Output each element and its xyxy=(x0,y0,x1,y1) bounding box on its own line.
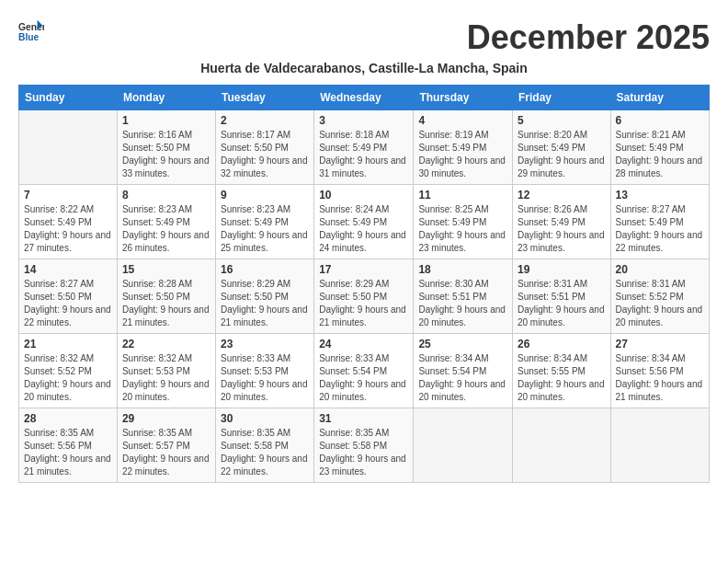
calendar-cell: 24Sunrise: 8:33 AMSunset: 5:54 PMDayligh… xyxy=(314,334,414,408)
calendar-cell: 20Sunrise: 8:31 AMSunset: 5:52 PMDayligh… xyxy=(610,259,709,334)
header-sunday: Sunday xyxy=(19,86,118,110)
subtitle: Huerta de Valdecarabanos, Castille-La Ma… xyxy=(18,61,710,75)
day-info: Sunrise: 8:35 AMSunset: 5:56 PMDaylight:… xyxy=(24,427,112,478)
day-number: 28 xyxy=(24,412,112,425)
weekday-header-row: Sunday Monday Tuesday Wednesday Thursday… xyxy=(19,86,710,110)
calendar-cell: 6Sunrise: 8:21 AMSunset: 5:49 PMDaylight… xyxy=(610,110,709,185)
calendar-cell: 7Sunrise: 8:22 AMSunset: 5:49 PMDaylight… xyxy=(19,185,118,259)
day-info: Sunrise: 8:19 AMSunset: 5:49 PMDaylight:… xyxy=(418,129,507,180)
day-number: 12 xyxy=(518,189,606,201)
day-number: 4 xyxy=(418,114,507,127)
calendar-cell: 14Sunrise: 8:27 AMSunset: 5:50 PMDayligh… xyxy=(19,259,118,334)
day-number: 25 xyxy=(418,338,507,350)
calendar: Sunday Monday Tuesday Wednesday Thursday… xyxy=(18,85,710,483)
day-info: Sunrise: 8:25 AMSunset: 5:49 PMDaylight:… xyxy=(418,203,507,255)
calendar-cell xyxy=(610,408,709,483)
calendar-cell: 3Sunrise: 8:18 AMSunset: 5:49 PMDaylight… xyxy=(314,110,414,185)
day-info: Sunrise: 8:29 AMSunset: 5:50 PMDaylight:… xyxy=(221,278,309,329)
month-title: December 2025 xyxy=(467,18,710,57)
day-number: 27 xyxy=(616,338,704,350)
day-info: Sunrise: 8:23 AMSunset: 5:49 PMDaylight:… xyxy=(221,203,309,255)
calendar-cell: 2Sunrise: 8:17 AMSunset: 5:50 PMDaylight… xyxy=(215,110,313,185)
day-number: 8 xyxy=(122,189,210,201)
header-tuesday: Tuesday xyxy=(215,86,313,110)
calendar-cell: 23Sunrise: 8:33 AMSunset: 5:53 PMDayligh… xyxy=(215,334,313,408)
day-number: 21 xyxy=(24,338,112,350)
day-info: Sunrise: 8:16 AMSunset: 5:50 PMDaylight:… xyxy=(122,129,210,180)
day-number: 13 xyxy=(616,189,704,201)
calendar-cell: 26Sunrise: 8:34 AMSunset: 5:55 PMDayligh… xyxy=(512,334,610,408)
day-info: Sunrise: 8:24 AMSunset: 5:49 PMDaylight:… xyxy=(319,203,408,255)
logo: General Blue xyxy=(18,18,46,44)
day-number: 18 xyxy=(418,263,507,276)
day-info: Sunrise: 8:30 AMSunset: 5:51 PMDaylight:… xyxy=(418,278,507,329)
calendar-cell: 21Sunrise: 8:32 AMSunset: 5:52 PMDayligh… xyxy=(19,334,118,408)
day-number: 15 xyxy=(122,263,210,276)
calendar-cell: 13Sunrise: 8:27 AMSunset: 5:49 PMDayligh… xyxy=(610,185,709,259)
header-wednesday: Wednesday xyxy=(314,86,414,110)
day-info: Sunrise: 8:31 AMSunset: 5:52 PMDaylight:… xyxy=(616,278,704,329)
calendar-cell: 19Sunrise: 8:31 AMSunset: 5:51 PMDayligh… xyxy=(512,259,610,334)
logo-icon: General Blue xyxy=(18,18,44,44)
calendar-week-5: 28Sunrise: 8:35 AMSunset: 5:56 PMDayligh… xyxy=(19,408,710,483)
page-container: General Blue December 2025 Huerta de Val… xyxy=(18,18,710,483)
day-info: Sunrise: 8:23 AMSunset: 5:49 PMDaylight:… xyxy=(122,203,210,255)
calendar-cell: 29Sunrise: 8:35 AMSunset: 5:57 PMDayligh… xyxy=(117,408,215,483)
calendar-cell: 10Sunrise: 8:24 AMSunset: 5:49 PMDayligh… xyxy=(314,185,414,259)
calendar-cell xyxy=(512,408,610,483)
header-saturday: Saturday xyxy=(610,86,709,110)
header-thursday: Thursday xyxy=(414,86,513,110)
calendar-week-4: 21Sunrise: 8:32 AMSunset: 5:52 PMDayligh… xyxy=(19,334,710,408)
day-info: Sunrise: 8:22 AMSunset: 5:49 PMDaylight:… xyxy=(24,203,112,255)
day-number: 16 xyxy=(221,263,309,276)
calendar-cell: 5Sunrise: 8:20 AMSunset: 5:49 PMDaylight… xyxy=(512,110,610,185)
day-number: 17 xyxy=(319,263,408,276)
calendar-cell: 31Sunrise: 8:35 AMSunset: 5:58 PMDayligh… xyxy=(314,408,414,483)
day-number: 1 xyxy=(122,114,210,127)
day-info: Sunrise: 8:33 AMSunset: 5:53 PMDaylight:… xyxy=(221,352,309,404)
day-info: Sunrise: 8:20 AMSunset: 5:49 PMDaylight:… xyxy=(518,129,606,180)
day-number: 29 xyxy=(122,412,210,425)
calendar-week-2: 7Sunrise: 8:22 AMSunset: 5:49 PMDaylight… xyxy=(19,185,710,259)
calendar-cell: 16Sunrise: 8:29 AMSunset: 5:50 PMDayligh… xyxy=(215,259,313,334)
day-number: 7 xyxy=(24,189,112,201)
day-info: Sunrise: 8:28 AMSunset: 5:50 PMDaylight:… xyxy=(122,278,210,329)
day-number: 31 xyxy=(319,412,408,425)
day-number: 9 xyxy=(221,189,309,201)
calendar-cell xyxy=(414,408,513,483)
calendar-cell: 27Sunrise: 8:34 AMSunset: 5:56 PMDayligh… xyxy=(610,334,709,408)
day-info: Sunrise: 8:21 AMSunset: 5:49 PMDaylight:… xyxy=(616,129,704,180)
calendar-cell: 22Sunrise: 8:32 AMSunset: 5:53 PMDayligh… xyxy=(117,334,215,408)
day-number: 10 xyxy=(319,189,408,201)
day-number: 23 xyxy=(221,338,309,350)
day-number: 5 xyxy=(518,114,606,127)
header: General Blue December 2025 xyxy=(18,18,710,57)
day-number: 30 xyxy=(221,412,309,425)
day-info: Sunrise: 8:35 AMSunset: 5:58 PMDaylight:… xyxy=(319,427,408,478)
day-number: 26 xyxy=(518,338,606,350)
calendar-cell: 15Sunrise: 8:28 AMSunset: 5:50 PMDayligh… xyxy=(117,259,215,334)
day-number: 11 xyxy=(418,189,507,201)
day-number: 19 xyxy=(518,263,606,276)
day-number: 24 xyxy=(319,338,408,350)
calendar-cell: 9Sunrise: 8:23 AMSunset: 5:49 PMDaylight… xyxy=(215,185,313,259)
calendar-cell: 30Sunrise: 8:35 AMSunset: 5:58 PMDayligh… xyxy=(215,408,313,483)
day-info: Sunrise: 8:29 AMSunset: 5:50 PMDaylight:… xyxy=(319,278,408,329)
day-info: Sunrise: 8:27 AMSunset: 5:50 PMDaylight:… xyxy=(24,278,112,329)
day-info: Sunrise: 8:35 AMSunset: 5:58 PMDaylight:… xyxy=(221,427,309,478)
header-monday: Monday xyxy=(117,86,215,110)
day-number: 14 xyxy=(24,263,112,276)
day-info: Sunrise: 8:17 AMSunset: 5:50 PMDaylight:… xyxy=(221,129,309,180)
day-info: Sunrise: 8:18 AMSunset: 5:49 PMDaylight:… xyxy=(319,129,408,180)
calendar-cell: 17Sunrise: 8:29 AMSunset: 5:50 PMDayligh… xyxy=(314,259,414,334)
day-number: 20 xyxy=(616,263,704,276)
calendar-week-3: 14Sunrise: 8:27 AMSunset: 5:50 PMDayligh… xyxy=(19,259,710,334)
day-number: 6 xyxy=(616,114,704,127)
day-number: 3 xyxy=(319,114,408,127)
day-info: Sunrise: 8:32 AMSunset: 5:52 PMDaylight:… xyxy=(24,352,112,404)
calendar-cell: 8Sunrise: 8:23 AMSunset: 5:49 PMDaylight… xyxy=(117,185,215,259)
day-info: Sunrise: 8:33 AMSunset: 5:54 PMDaylight:… xyxy=(319,352,408,404)
day-info: Sunrise: 8:26 AMSunset: 5:49 PMDaylight:… xyxy=(518,203,606,255)
day-info: Sunrise: 8:34 AMSunset: 5:54 PMDaylight:… xyxy=(418,352,507,404)
day-info: Sunrise: 8:35 AMSunset: 5:57 PMDaylight:… xyxy=(122,427,210,478)
